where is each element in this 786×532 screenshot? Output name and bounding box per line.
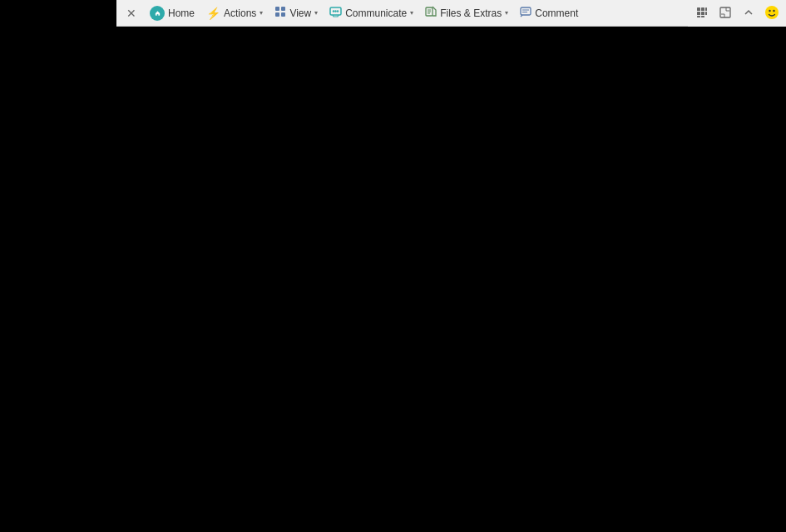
- actions-icon: ⚡: [206, 7, 220, 20]
- actions-label: Actions: [224, 7, 256, 19]
- actions-chevron-icon: ▾: [260, 9, 263, 17]
- svg-rect-22: [697, 16, 700, 17]
- svg-rect-17: [701, 7, 704, 11]
- resize-icon: [719, 7, 731, 21]
- svg-rect-13: [521, 7, 531, 15]
- grid-view-button[interactable]: [691, 2, 713, 24]
- svg-rect-1: [275, 7, 279, 11]
- svg-point-6: [333, 10, 334, 12]
- svg-rect-16: [697, 7, 700, 11]
- main-content: [0, 27, 786, 532]
- svg-rect-4: [281, 12, 285, 17]
- svg-point-8: [337, 10, 339, 12]
- view-label: View: [289, 7, 311, 19]
- communicate-icon: [329, 7, 342, 20]
- toolbar-right: [688, 0, 786, 27]
- svg-rect-23: [701, 16, 704, 17]
- svg-rect-21: [705, 12, 707, 15]
- comment-icon: [520, 7, 531, 20]
- svg-rect-2: [281, 7, 285, 11]
- svg-rect-24: [720, 7, 730, 17]
- view-button[interactable]: View ▾: [269, 2, 323, 24]
- svg-rect-3: [275, 12, 279, 17]
- home-icon: [150, 6, 165, 21]
- view-chevron-icon: ▾: [314, 9, 318, 17]
- svg-rect-20: [701, 12, 704, 15]
- home-button[interactable]: Home: [145, 2, 200, 24]
- files-extras-button[interactable]: Files & Extras ▾: [420, 2, 513, 24]
- close-button[interactable]: ✕: [120, 2, 143, 24]
- collapse-icon: [743, 7, 754, 21]
- communicate-chevron-icon: ▾: [410, 9, 413, 17]
- files-icon: [425, 6, 437, 20]
- resize-button[interactable]: [714, 2, 736, 24]
- files-extras-chevron-icon: ▾: [505, 9, 508, 17]
- communicate-label: Communicate: [345, 7, 407, 19]
- emoji-button[interactable]: [761, 2, 783, 24]
- svg-rect-18: [705, 7, 707, 11]
- grid-icon: [696, 7, 708, 21]
- svg-point-27: [773, 9, 774, 11]
- close-icon: ✕: [126, 7, 136, 20]
- svg-point-25: [765, 6, 779, 19]
- comment-label: Comment: [535, 7, 578, 19]
- svg-rect-19: [697, 12, 700, 15]
- toolbar: ✕ Home ⚡ Actions ▾ View ▾: [116, 0, 786, 27]
- comment-button[interactable]: Comment: [515, 2, 583, 24]
- svg-point-7: [334, 10, 336, 12]
- files-extras-label: Files & Extras: [440, 7, 502, 19]
- home-label: Home: [168, 7, 195, 19]
- communicate-button[interactable]: Communicate ▾: [324, 2, 418, 24]
- emoji-icon: [764, 5, 779, 22]
- view-icon: [274, 6, 286, 20]
- actions-button[interactable]: ⚡ Actions ▾: [201, 2, 268, 24]
- collapse-button[interactable]: [738, 2, 759, 24]
- svg-point-26: [769, 9, 770, 11]
